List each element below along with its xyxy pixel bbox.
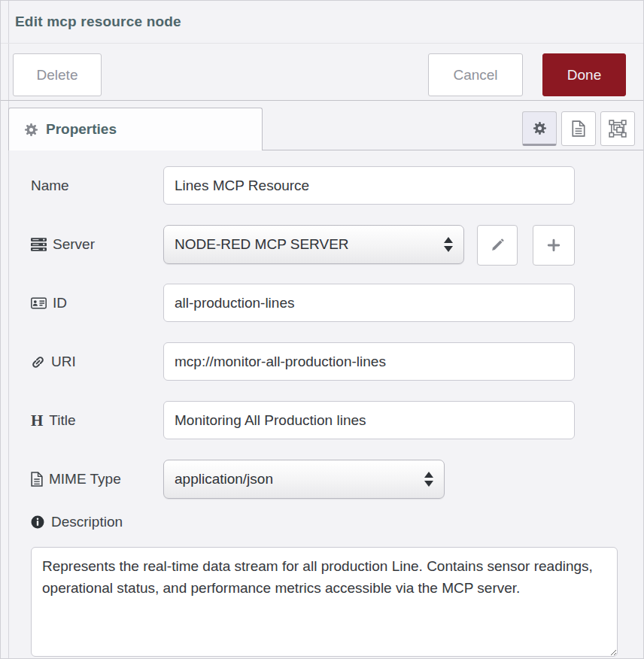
pencil-icon: [491, 238, 504, 252]
name-input[interactable]: [163, 166, 575, 205]
server-label-text: Server: [53, 236, 95, 253]
done-button[interactable]: Done: [542, 53, 626, 96]
id-label-text: ID: [53, 295, 67, 311]
gear-icon: [24, 123, 38, 137]
uri-label-text: URI: [51, 354, 76, 370]
title-label: H Title: [31, 401, 76, 440]
id-label: ID: [31, 284, 67, 323]
mime-type-select[interactable]: application/json: [163, 460, 445, 499]
server-select[interactable]: NODE-RED MCP SERVER: [163, 225, 464, 264]
edit-node-dialog: Edit mcp resource node Delete Cancel Don…: [0, 0, 644, 659]
file-icon: [31, 472, 43, 487]
form-row-description: Represents the real-time data stream for…: [1, 547, 643, 657]
file-text-icon: [572, 120, 585, 137]
id-input[interactable]: [163, 284, 575, 322]
mime-type-label-text: MIME Type: [49, 471, 121, 487]
description-label-text: Description: [51, 514, 123, 530]
tab-properties[interactable]: Properties: [8, 108, 263, 150]
server-label: Server: [31, 225, 95, 264]
add-server-button[interactable]: [533, 225, 575, 266]
dialog-header: Edit mcp resource node: [1, 1, 643, 44]
action-button-row: Delete Cancel Done: [1, 44, 643, 101]
appearance-tab-button[interactable]: [600, 111, 635, 146]
description-textarea[interactable]: Represents the real-time data stream for…: [31, 547, 618, 657]
tab-icon-buttons: [522, 111, 635, 146]
mime-type-label: MIME Type: [31, 460, 121, 499]
header-icon: H: [31, 413, 43, 429]
name-label: Name: [31, 166, 69, 205]
form-row-description-label: Description: [1, 514, 643, 539]
name-label-text: Name: [31, 178, 69, 194]
tab-properties-label: Properties: [46, 121, 117, 138]
dialog-title: Edit mcp resource node: [15, 14, 181, 30]
edit-server-button[interactable]: [477, 225, 518, 266]
id-card-icon: [31, 296, 47, 310]
info-circle-icon: [31, 515, 44, 529]
mime-type-select-value: application/json: [175, 471, 417, 487]
properties-tab-button[interactable]: [522, 111, 557, 146]
title-label-text: Title: [49, 412, 75, 429]
link-icon: [31, 355, 45, 369]
uri-label: URI: [31, 342, 76, 381]
server-select-value: NODE-RED MCP SERVER: [175, 236, 436, 253]
title-input[interactable]: [163, 401, 575, 439]
object-group-icon: [609, 120, 627, 138]
server-icon: [31, 238, 47, 251]
select-arrows-icon: [444, 237, 453, 252]
select-arrows-icon: [424, 472, 433, 487]
gear-icon: [533, 121, 547, 135]
description-label: Description: [31, 514, 123, 530]
cancel-button[interactable]: Cancel: [428, 53, 523, 96]
delete-button[interactable]: Delete: [13, 53, 102, 96]
plus-icon: [547, 238, 560, 252]
tabbar-divider: [263, 150, 643, 150]
description-tab-button[interactable]: [561, 111, 596, 146]
uri-input[interactable]: [163, 342, 575, 381]
